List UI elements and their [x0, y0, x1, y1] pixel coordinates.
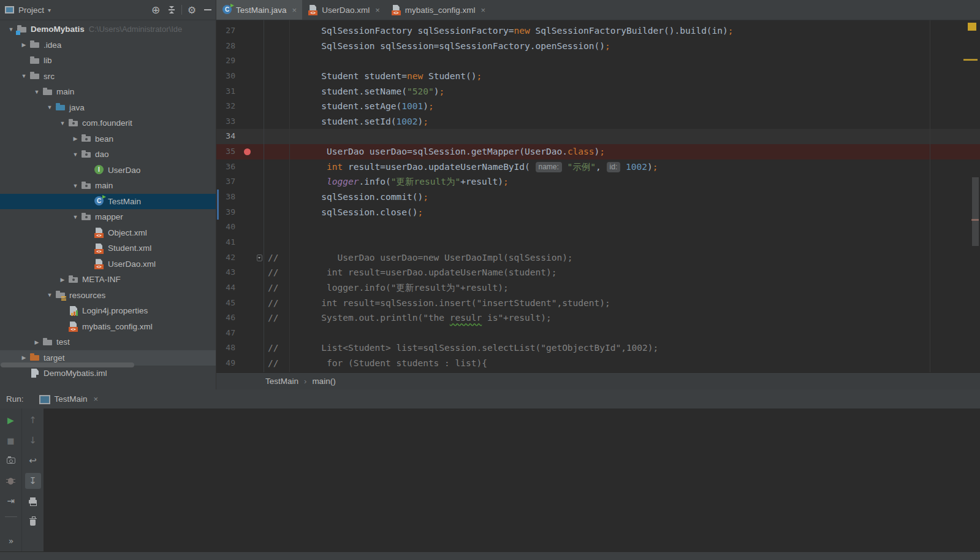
code-line-30[interactable]: 30 Student student=new Student();: [216, 69, 980, 84]
breadcrumb-class[interactable]: TestMain: [265, 377, 298, 386]
tree-item-resources[interactable]: ▼resources: [0, 288, 216, 304]
code-line-31[interactable]: 31 student.setName("520");: [216, 84, 980, 99]
scroll-to-end-button[interactable]: ↧: [25, 473, 41, 489]
gutter[interactable]: [241, 99, 264, 114]
tree-item-com-founderit[interactable]: ▼com.founderit: [0, 115, 216, 131]
tree-item-demomybatis-iml[interactable]: DemoMybatis.iml: [0, 366, 216, 382]
line-number[interactable]: 38: [216, 190, 241, 205]
gutter[interactable]: [241, 190, 264, 205]
tree-item-src[interactable]: ▼src: [0, 69, 216, 85]
collapsed-arrow-icon[interactable]: ▶: [18, 355, 30, 361]
line-number[interactable]: 46: [216, 310, 241, 326]
gutter[interactable]: [241, 205, 264, 220]
code-line-42[interactable]: 42// UserDao userDao=new UserDaoImpl(sql…: [216, 250, 980, 266]
line-number[interactable]: 33: [216, 114, 241, 129]
thread-dump-button[interactable]: [3, 453, 19, 469]
expanded-arrow-icon[interactable]: ▼: [56, 120, 69, 126]
tree-horizontal-scrollbar[interactable]: [1, 362, 134, 367]
gutter[interactable]: [241, 280, 264, 296]
line-number[interactable]: 49: [216, 356, 241, 371]
code-line-41[interactable]: 41: [216, 235, 980, 250]
tree-item-java[interactable]: ▼java: [0, 100, 216, 116]
code-line-46[interactable]: 46// System.out.println("the resulr is"+…: [216, 310, 980, 326]
tree-item-userdao-xml[interactable]: <>UserDao.xml: [0, 256, 216, 272]
fold-marker-icon[interactable]: [257, 255, 262, 261]
hide-panel-icon[interactable]: [200, 2, 216, 18]
expanded-arrow-icon[interactable]: ▼: [44, 292, 56, 298]
line-number[interactable]: 27: [216, 23, 241, 39]
expanded-arrow-icon[interactable]: ▼: [31, 89, 43, 95]
code-line-49[interactable]: 49// for (Student students : list){: [216, 356, 980, 371]
gutter[interactable]: [241, 144, 264, 159]
gutter[interactable]: [241, 114, 264, 129]
editor[interactable]: 27 SqlSessionFactory sqlSessionFactory=n…: [216, 20, 980, 372]
editor-tab-userdao-xml[interactable]: <>UserDao.xml×: [302, 0, 386, 20]
rerun-button[interactable]: ▶: [3, 412, 19, 428]
gutter[interactable]: [241, 250, 264, 266]
expanded-arrow-icon[interactable]: ▼: [5, 26, 17, 33]
gutter[interactable]: [241, 326, 264, 341]
code-line-47[interactable]: 47: [216, 326, 980, 341]
tree-item--idea[interactable]: ▶.idea: [0, 37, 216, 53]
code-line-36[interactable]: 36 int result=userDao.updateUserNameById…: [216, 159, 980, 175]
tree-item-meta-inf[interactable]: ▶META-INF: [0, 272, 216, 288]
line-number[interactable]: 44: [216, 280, 241, 296]
code-line-45[interactable]: 45// int result=sqlSession.insert("inser…: [216, 296, 980, 311]
code-line-35[interactable]: 35 UserDao userDao=sqlSession.getMapper(…: [216, 144, 980, 159]
collapsed-arrow-icon[interactable]: ▶: [56, 277, 69, 283]
expanded-arrow-icon[interactable]: ▼: [44, 104, 56, 110]
gutter[interactable]: [241, 69, 264, 84]
line-number[interactable]: 32: [216, 99, 241, 114]
code-line-44[interactable]: 44// logger.info("更新result为"+result);: [216, 280, 980, 296]
line-number[interactable]: 30: [216, 69, 241, 84]
line-number[interactable]: 37: [216, 174, 241, 190]
tree-item-student-xml[interactable]: <>Student.xml: [0, 240, 216, 256]
warning-indicator-icon[interactable]: [968, 23, 976, 31]
gutter[interactable]: [241, 129, 264, 144]
code-line-37[interactable]: 37 logger.info("更新result为"+result);: [216, 174, 980, 190]
gutter[interactable]: [241, 356, 264, 371]
tree-item-demomybatis[interactable]: ▼DemoMybatisC:\Users\Administrator\Ide: [0, 21, 216, 37]
next-occurrence-button[interactable]: ↓: [25, 432, 41, 448]
console-output[interactable]: [44, 408, 980, 551]
line-number[interactable]: 42: [216, 250, 241, 266]
line-number[interactable]: 34: [216, 129, 241, 144]
collapse-all-icon[interactable]: [164, 2, 180, 18]
gutter[interactable]: [241, 39, 264, 54]
gutter[interactable]: [241, 23, 264, 39]
code-line-43[interactable]: 43// int result=userDao.updateUserName(s…: [216, 265, 980, 280]
close-icon[interactable]: ×: [481, 6, 486, 15]
locate-file-icon[interactable]: ⊕: [148, 2, 164, 18]
tree-item-main[interactable]: ▼main: [0, 178, 216, 194]
collapsed-arrow-icon[interactable]: ▶: [69, 136, 82, 142]
stop-button[interactable]: ■: [3, 432, 19, 448]
code-line-34[interactable]: 34: [216, 129, 980, 144]
collapsed-arrow-icon[interactable]: ▶: [18, 42, 30, 48]
expanded-arrow-icon[interactable]: ▼: [69, 183, 82, 189]
tree-item-mybatis-config-xml[interactable]: <>mybatis_config.xml: [0, 319, 216, 335]
breadcrumb-method[interactable]: main(): [312, 377, 335, 386]
expanded-arrow-icon[interactable]: ▼: [18, 73, 30, 79]
line-number[interactable]: 35: [216, 144, 241, 159]
warning-stripe-mark[interactable]: [963, 59, 978, 61]
line-number[interactable]: 40: [216, 220, 241, 235]
code-line-32[interactable]: 32 student.setAge(1001);: [216, 99, 980, 114]
line-number[interactable]: 39: [216, 205, 241, 220]
editor-scrollbar[interactable]: [972, 177, 979, 246]
gutter[interactable]: [241, 296, 264, 311]
close-icon[interactable]: ×: [375, 6, 380, 15]
chevron-down-icon[interactable]: ▾: [48, 7, 51, 13]
gutter[interactable]: [241, 174, 264, 190]
run-tab[interactable]: 2019-10-21 16:32:48,050 DEBUG - Setting …: [34, 389, 104, 408]
code-line-48[interactable]: 48// List<Student> list=sqlSession.selec…: [216, 340, 980, 356]
tree-item-main[interactable]: ▼main: [0, 84, 216, 100]
tree-item-test[interactable]: ▶test: [0, 334, 216, 350]
gutter[interactable]: [241, 220, 264, 235]
code-line-29[interactable]: 29: [216, 53, 980, 69]
print-button[interactable]: [25, 493, 41, 509]
code-line-38[interactable]: 38 sqlSession.commit();: [216, 190, 980, 205]
gutter[interactable]: [241, 340, 264, 356]
line-number[interactable]: 31: [216, 84, 241, 99]
tree-item-dao[interactable]: ▼dao: [0, 147, 216, 163]
line-number[interactable]: 29: [216, 53, 241, 69]
